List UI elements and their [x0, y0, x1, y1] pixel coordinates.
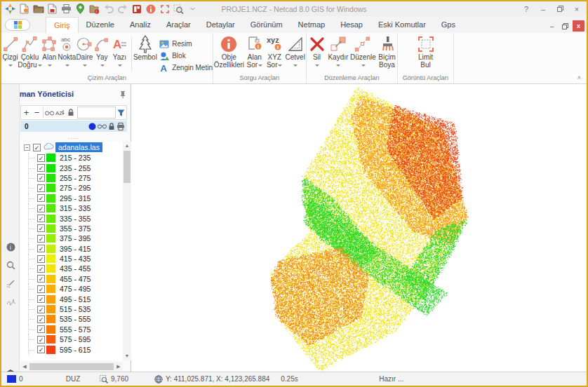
- class-checkbox[interactable]: ✓: [37, 306, 45, 313]
- tree-vertical-scrollbar[interactable]: ▲ ▼: [123, 142, 131, 360]
- class-checkbox[interactable]: ✓: [37, 174, 45, 182]
- class-checkbox[interactable]: ✓: [37, 265, 45, 273]
- attach-data-icon[interactable]: !: [88, 3, 101, 15]
- current-layer-indicator[interactable]: 0: [1, 372, 52, 386]
- class-checkbox[interactable]: ✓: [37, 255, 45, 263]
- tool-sil[interactable]: Sil: [307, 34, 327, 69]
- class-checkbox[interactable]: ✓: [37, 224, 45, 232]
- tab-analiz[interactable]: Analiz: [122, 17, 159, 33]
- undo-icon[interactable]: [102, 3, 115, 15]
- dropdown-caret-icon[interactable]: [361, 64, 366, 67]
- scrollbar-thumb[interactable]: [123, 151, 131, 183]
- sort-az-icon[interactable]: AZ: [55, 106, 65, 119]
- tool-xyz-sor[interactable]: xyziXYZSor: [265, 34, 284, 69]
- dropdown-caret-icon[interactable]: [100, 64, 105, 67]
- minimize-button[interactable]: –: [535, 2, 552, 15]
- tool-zengin-metin[interactable]: AZengin Metin: [159, 62, 213, 74]
- panel-splitter[interactable]: .....: [20, 133, 127, 141]
- class-checkbox[interactable]: ✓: [37, 235, 45, 243]
- tool-bi-im-boya[interactable]: BiçimBoya: [377, 34, 397, 69]
- tool-cetvel[interactable]: Cetvel: [284, 34, 306, 69]
- dropdown-caret-icon[interactable]: [278, 64, 282, 67]
- scroll-down-icon[interactable]: ▼: [123, 352, 131, 360]
- elevation-class-row[interactable]: ✓335 - 355: [20, 213, 131, 223]
- search-icon[interactable]: [1, 257, 20, 273]
- print-icon[interactable]: [60, 3, 73, 15]
- tab-ara-lar[interactable]: Araçlar: [159, 17, 199, 33]
- dropdown-caret-icon[interactable]: [48, 64, 52, 67]
- class-checkbox[interactable]: ✓: [37, 295, 45, 303]
- scroll-up-icon[interactable]: ▲: [123, 142, 131, 150]
- doc-minimize-button[interactable]: –: [546, 20, 558, 32]
- save-project-icon[interactable]: [46, 3, 59, 15]
- doc-restore-button[interactable]: [559, 20, 571, 32]
- placemark-icon[interactable]: [74, 3, 87, 15]
- signature-icon[interactable]: [1, 293, 20, 310]
- elevation-class-row[interactable]: ✓415 - 435: [20, 254, 131, 264]
- class-checkbox[interactable]: ✓: [37, 245, 45, 252]
- tab-detaylar[interactable]: Detaylar: [199, 17, 243, 33]
- pin-icon[interactable]: [120, 89, 126, 102]
- lock-icon[interactable]: [65, 106, 76, 119]
- layer-root-checkbox[interactable]: ✓: [33, 144, 41, 151]
- elevation-class-row[interactable]: ✓375 - 395: [20, 233, 131, 243]
- elevation-class-row[interactable]: ✓395 - 415: [20, 244, 131, 254]
- point-cloud-canvas[interactable]: [132, 84, 587, 372]
- pan-compass-icon[interactable]: [4, 3, 17, 15]
- scroll-right-icon[interactable]: ▶: [114, 364, 123, 369]
- elevation-class-row[interactable]: ✓535 - 555: [20, 314, 131, 324]
- elevation-class-row[interactable]: ✓475 - 495: [20, 284, 131, 294]
- dropdown-caret-icon[interactable]: [8, 64, 13, 67]
- class-checkbox[interactable]: ✓: [37, 154, 45, 162]
- tree-horizontal-scrollbar[interactable]: ◀ ▶: [20, 362, 123, 371]
- tool-alan-sor[interactable]: iAlanSor: [245, 34, 265, 69]
- elevation-class-row[interactable]: ✓455 - 475: [20, 274, 131, 284]
- elevation-class-row[interactable]: ✓315 - 335: [20, 203, 131, 213]
- class-checkbox[interactable]: ✓: [37, 285, 45, 293]
- dropdown-caret-icon[interactable]: [258, 64, 262, 67]
- tool-alan[interactable]: Alan: [41, 34, 58, 69]
- tool-yaz-[interactable]: AYazı: [111, 34, 128, 69]
- tool-blok[interactable]: Blok: [159, 50, 213, 62]
- tab-d-zenle[interactable]: Düzenle: [79, 17, 122, 33]
- data-manager-icon[interactable]: [130, 3, 143, 15]
- layer-search-input[interactable]: [77, 107, 116, 118]
- sketch-icon[interactable]: [1, 275, 20, 292]
- class-checkbox[interactable]: ✓: [37, 325, 45, 333]
- elevation-class-row[interactable]: ✓575 - 595: [20, 334, 131, 344]
- elevation-class-row[interactable]: ✓355 - 375: [20, 224, 131, 233]
- dropdown-caret-icon[interactable]: [315, 64, 319, 67]
- tab-giri-[interactable]: Giriş: [46, 17, 79, 33]
- dropdown-caret-icon[interactable]: [83, 64, 87, 67]
- elevation-class-row[interactable]: ✓275 - 295: [20, 183, 131, 193]
- mode-indicator[interactable]: DUZ: [52, 372, 94, 386]
- glasses-icon[interactable]: [44, 106, 55, 119]
- tab-netmap[interactable]: Netmap: [290, 17, 333, 33]
- quickbar-menu-icon[interactable]: [186, 3, 199, 15]
- class-checkbox[interactable]: ✓: [37, 275, 45, 283]
- dropdown-caret-icon[interactable]: [118, 64, 122, 67]
- class-checkbox[interactable]: ✓: [37, 194, 45, 202]
- tool-d-zenle[interactable]: Düzenle: [349, 34, 377, 69]
- elevation-class-row[interactable]: ✓255 - 275: [20, 173, 131, 183]
- tab-hesap[interactable]: Hesap: [333, 17, 370, 33]
- tab-eski-komutlar[interactable]: Eski Komutlar: [370, 17, 434, 33]
- scrollbar-thumb[interactable]: [29, 363, 114, 370]
- class-checkbox[interactable]: ✓: [37, 205, 45, 212]
- tab-gps[interactable]: Gps: [434, 17, 463, 33]
- elevation-class-row[interactable]: ✓515 - 535: [20, 304, 131, 314]
- redo-icon[interactable]: [116, 3, 129, 15]
- tool-kayd-r[interactable]: Kaydır: [327, 34, 349, 69]
- dropdown-caret-icon[interactable]: [293, 64, 298, 67]
- elevation-class-row[interactable]: ✓435 - 455: [20, 264, 131, 273]
- elevation-class-row[interactable]: ✓235 - 255: [20, 163, 131, 172]
- elevation-class-row[interactable]: ✓555 - 575: [20, 325, 131, 334]
- layer-root-row[interactable]: −✓adanalas.las: [20, 142, 131, 153]
- class-checkbox[interactable]: ✓: [37, 346, 45, 353]
- tool--oklu-do-ru[interactable]: ÇokluDoğru: [19, 34, 41, 69]
- tool-resim[interactable]: Resim: [159, 38, 213, 50]
- new-project-icon[interactable]: [18, 3, 31, 15]
- elevation-class-row[interactable]: ✓495 - 515: [20, 294, 131, 304]
- tool-yay[interactable]: Yay: [93, 34, 111, 69]
- class-checkbox[interactable]: ✓: [37, 315, 45, 323]
